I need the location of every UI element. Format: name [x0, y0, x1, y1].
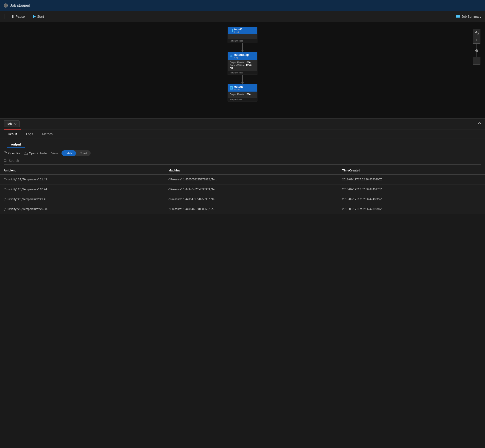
svg-line-9 [6, 161, 7, 162]
node-input1-label: input1 [234, 28, 242, 31]
zoom-in-button[interactable]: + [473, 36, 480, 44]
result-content: output Open file Open in folder View Ta [0, 138, 485, 214]
zoom-fit-button[interactable] [473, 29, 480, 36]
start-icon [33, 15, 36, 18]
svg-rect-3 [477, 33, 478, 34]
open-file-icon [4, 152, 7, 155]
node-output-label: output [234, 85, 243, 88]
open-file-button[interactable]: Open file [4, 152, 20, 155]
job-summary-label: Job Summary [461, 15, 481, 18]
job-selector[interactable]: Job [4, 120, 19, 127]
node-input1-type: Input [234, 31, 242, 33]
search-icon [4, 159, 7, 162]
output-label-row: output [0, 138, 485, 149]
node-output[interactable]: output Output Output Events: 1000 Not pa… [228, 84, 257, 101]
node-output-type: Output [234, 88, 243, 91]
pause-bar-2 [14, 15, 14, 18]
node-outputstep-footer: Not partitioned [228, 71, 257, 75]
svg-rect-2 [475, 31, 477, 32]
node-output-footer: Not partitioned [228, 97, 257, 101]
node-outputstep-header: <> outputStep Step [228, 52, 257, 60]
open-file-label: Open file [8, 152, 20, 155]
output-node-svg [230, 87, 232, 89]
flow-line-1 [242, 43, 243, 50]
open-in-folder-label: Open in folder [29, 152, 48, 155]
svg-point-8 [4, 159, 6, 161]
app-icon [4, 3, 8, 8]
node-outputstep-type: Step [234, 56, 249, 59]
node-output-header: output Output [228, 84, 257, 92]
data-table: Ambient Machine TimeCreated {"Humidity":… [0, 166, 485, 214]
pause-icon [12, 15, 14, 18]
connector-2 [241, 75, 244, 84]
cell-ambient-2: {"Humidity":26,"Temperature":21.41... [0, 194, 165, 204]
zoom-out-button[interactable]: − [473, 57, 480, 65]
node-outputstep-stat-1: Output Events: 1000 [230, 61, 255, 64]
step-node-icon: <> [230, 54, 233, 58]
tab-result[interactable]: Result [4, 129, 21, 138]
node-outputstep-stat-2: Events Written: 175.6 KB [230, 64, 255, 69]
flow-line-2 [242, 75, 243, 82]
pause-button[interactable]: Pause [10, 13, 27, 20]
chevron-down-icon [14, 123, 16, 125]
hamburger-line-3 [456, 17, 460, 18]
search-bar [4, 159, 481, 165]
output-node-icon [230, 86, 233, 89]
pause-bar-1 [12, 15, 13, 18]
table-header-row: Ambient Machine TimeCreated [0, 166, 485, 175]
tabs-bar: Result Logs Metrics [0, 129, 485, 138]
cell-machine-3: {"Pressure":1.449546374038063,"Te... [165, 204, 338, 214]
cell-ambient-3: {"Humidity":25,"Temperature":20.58... [0, 204, 165, 214]
node-output-body: Output Events: 1000 [228, 92, 257, 97]
canvas-area: input1 Input Not partitioned <> outputSt… [0, 22, 485, 119]
col-machine: Machine [165, 166, 338, 175]
job-selector-label: Job [7, 122, 12, 126]
zoom-controls: + − [473, 29, 480, 65]
table-row: {"Humidity":24,"Temperature":21.43...{"P… [0, 175, 485, 184]
title-bar-text: Job stopped [10, 3, 30, 8]
folder-icon [24, 152, 28, 155]
hamburger-icon [456, 15, 460, 18]
flow-arrow-1 [241, 50, 244, 52]
toggle-table[interactable]: Table [62, 150, 76, 156]
cell-timeCreated-0: 2018-09-17T17:52:36.4740206Z [339, 175, 485, 184]
tab-metrics[interactable]: Metrics [38, 129, 57, 138]
view-label: View [51, 152, 58, 155]
zoom-fit-icon [475, 31, 478, 34]
node-outputstep-body: Output Events: 1000 Events Written: 175.… [228, 60, 257, 71]
table-row: {"Humidity":25,"Temperature":20.94...{"P… [0, 184, 485, 194]
job-summary-button[interactable]: Job Summary [456, 15, 481, 18]
node-outputstep[interactable]: <> outputStep Step Output Events: 1000 E… [228, 52, 257, 75]
start-label: Start [37, 15, 44, 18]
col-ambient: Ambient [0, 166, 165, 175]
connector-1 [241, 43, 244, 52]
table-body: {"Humidity":24,"Temperature":21.43...{"P… [0, 175, 485, 214]
hamburger-line-2 [456, 16, 460, 17]
pause-label: Pause [16, 15, 25, 18]
zoom-slider[interactable] [477, 44, 477, 57]
start-button[interactable]: Start [31, 13, 46, 20]
toggle-chart[interactable]: Chart [76, 150, 91, 156]
cell-ambient-1: {"Humidity":25,"Temperature":20.94... [0, 184, 165, 194]
col-timecreated: TimeCreated [339, 166, 485, 175]
title-bar: Job stopped [0, 0, 485, 11]
table-header: Ambient Machine TimeCreated [0, 166, 485, 175]
panel-collapse-button[interactable] [478, 122, 481, 127]
node-input1[interactable]: input1 Input Not partitioned [228, 27, 257, 43]
output-name-label: output [7, 140, 25, 148]
node-input1-footer: Not partitioned [228, 39, 257, 43]
cell-ambient-0: {"Humidity":24,"Temperature":21.43... [0, 175, 165, 184]
cell-timeCreated-3: 2018-09-17T17:52:36.4739997Z [339, 204, 485, 214]
node-input1-header: input1 Input [228, 27, 257, 34]
cell-machine-1: {"Pressure":1.4494648254598959,"Te... [165, 184, 338, 194]
table-row: {"Humidity":25,"Temperature":20.58...{"P… [0, 204, 485, 214]
cell-machine-2: {"Pressure":1.4495479778958957,"Te... [165, 194, 338, 204]
open-in-folder-button[interactable]: Open in folder [24, 152, 48, 155]
tab-logs[interactable]: Logs [22, 129, 37, 138]
toolbar-left: Pause Start [4, 13, 456, 20]
input-node-icon [230, 29, 233, 32]
search-input[interactable] [9, 159, 481, 162]
toolbar-divider [5, 14, 5, 19]
collapse-icon [478, 122, 481, 125]
cell-timeCreated-2: 2018-09-17T17:52:36.4740027Z [339, 194, 485, 204]
